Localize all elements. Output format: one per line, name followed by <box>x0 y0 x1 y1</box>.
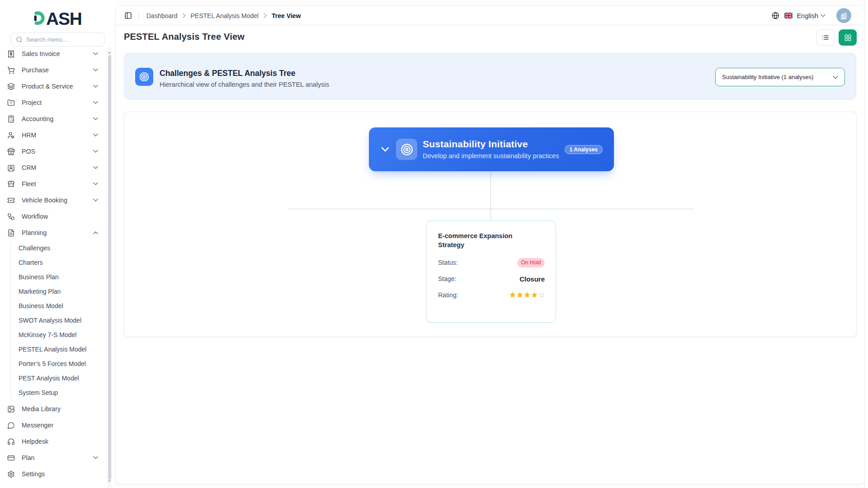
sidebar-item-messenger[interactable]: Messenger <box>4 419 104 432</box>
sidebar-subitem-label: PEST Analysis Model <box>19 375 79 382</box>
challenge-select-value: Sustainability Initiative (1 analyses) <box>722 74 813 80</box>
info-banner: Challenges & PESTEL Analysis Tree Hierar… <box>124 53 856 100</box>
sidebar-subitem-system-setup[interactable]: System Setup <box>19 386 58 399</box>
view-toggle-group <box>816 29 857 46</box>
breadcrumb-tree-view: Tree View <box>272 12 301 19</box>
sidebar-item-label: Plan <box>22 454 34 461</box>
sidebar-item-purchase[interactable]: Purchase <box>4 64 104 76</box>
language-label[interactable]: English <box>797 12 818 19</box>
chevron-up-icon <box>93 231 98 235</box>
sidebar-subitem-label: Challenges <box>19 244 50 252</box>
sidebar-subitem-swot-analysis-model[interactable]: SWOT Analysis Model <box>19 314 81 327</box>
svg-text:ASH: ASH <box>46 9 82 28</box>
bus-icon <box>7 180 15 188</box>
connector-horizontal <box>289 209 693 209</box>
sidebar-subitem-business-model[interactable]: Business Model <box>19 300 63 312</box>
sidebar-item-crm[interactable]: CRM <box>4 161 104 174</box>
grid-view-button[interactable] <box>839 29 857 46</box>
sidebar-item-helpdesk[interactable]: Helpdesk <box>4 435 104 448</box>
sidebar-subitem-label: Business Model <box>19 302 63 310</box>
sidebar-subitem-label: Porter’s 5 Forces Model <box>19 360 86 367</box>
sidebar: ASH Sales InvoicePurchaseProduct & Servi… <box>0 0 115 488</box>
sidebar-subitem-label: PESTEL Analysis Model <box>19 346 86 353</box>
sidebar-item-media-library[interactable]: Media Library <box>4 403 104 415</box>
subnav-guide-line <box>10 240 11 398</box>
root-node-subtitle: Develop and implement sustainability pra… <box>423 152 559 160</box>
star-icon-filled <box>531 292 538 298</box>
user-cog-icon <box>7 131 15 139</box>
rating-row: Rating: <box>438 290 545 300</box>
status-label: Status: <box>438 259 458 266</box>
sidebar-item-label: Accounting <box>22 115 53 122</box>
rating-label: Rating: <box>438 291 458 299</box>
avatar[interactable] <box>836 8 851 23</box>
page-scrollbar-gutter[interactable] <box>864 0 868 488</box>
folder-icon <box>7 99 15 107</box>
sidebar-item-pos[interactable]: POS <box>4 145 104 158</box>
tree-child-node[interactable]: E-commerce Expansion Strategy Status: On… <box>426 220 556 323</box>
sidebar-item-workflow[interactable]: Workflow <box>4 210 104 223</box>
list-icon <box>822 34 829 41</box>
breadcrumb-chevron-icon <box>264 13 267 18</box>
analyses-count-badge: 1 Analyses <box>565 145 603 154</box>
chevron-down-icon <box>93 166 98 169</box>
sidebar-subitem-pestel-analysis-model[interactable]: PESTEL Analysis Model <box>19 343 86 356</box>
sidebar-subitem-marketing-plan[interactable]: Marketing Plan <box>19 285 61 298</box>
sidebar-subitem-label: SWOT Analysis Model <box>19 317 81 324</box>
scrollbar-down-arrow-icon[interactable] <box>108 480 111 482</box>
workflow-icon <box>7 213 15 221</box>
sidebar-subitem-porter-s-5-forces-model[interactable]: Porter’s 5 Forces Model <box>19 357 86 370</box>
sidebar-item-product-service[interactable]: Product & Service <box>4 80 104 93</box>
sidebar-item-planning[interactable]: Planning <box>4 226 104 239</box>
sidebar-subitem-charters[interactable]: Charters <box>19 256 43 269</box>
tree-panel: Sustainability Initiative Develop and im… <box>124 112 857 337</box>
connector-vertical-bottom <box>491 209 491 221</box>
sidebar-subitem-challenges[interactable]: Challenges <box>19 242 50 254</box>
brand-d-shape <box>36 13 43 23</box>
sidebar-subitem-business-plan[interactable]: Business Plan <box>19 271 59 283</box>
sidebar-item-project[interactable]: Project <box>4 96 104 109</box>
collapse-chevron-icon[interactable] <box>381 147 389 152</box>
list-view-button[interactable] <box>816 29 835 46</box>
status-badge: On Hold <box>517 258 545 267</box>
sidebar-item-sales-invoice[interactable]: Sales Invoice <box>4 47 104 60</box>
sidebar-item-label: Product & Service <box>22 83 73 90</box>
brand-logo[interactable]: ASH <box>33 7 85 29</box>
contact-icon <box>7 164 15 172</box>
status-row: Status: On Hold <box>438 258 545 267</box>
breadcrumb-separator <box>183 13 186 18</box>
sidebar-item-plan[interactable]: Plan <box>4 451 104 464</box>
sidebar-item-label: POS <box>22 148 35 155</box>
breadcrumb-separator <box>264 13 267 18</box>
search-input[interactable] <box>23 36 95 43</box>
challenge-select[interactable]: Sustainability Initiative (1 analyses) <box>715 68 845 86</box>
child-node-title: E-commerce Expansion Strategy <box>438 231 517 249</box>
calculator-icon <box>7 115 15 123</box>
tree-root-node[interactable]: Sustainability Initiative Develop and im… <box>369 127 614 171</box>
stage-row: Stage: Closure <box>438 274 545 284</box>
breadcrumb-dashboard[interactable]: Dashboard <box>146 12 178 19</box>
sidebar-subitem-pest-analysis-model[interactable]: PEST Analysis Model <box>19 372 79 385</box>
sidebar-item-vehicle-booking[interactable]: Vehicle Booking <box>4 194 104 206</box>
sidebar-item-label: Settings <box>22 470 45 478</box>
sidebar-subitem-mckinsey-7-s-model[interactable]: McKinsey 7-S Model <box>19 328 76 341</box>
sidebar-item-hrm[interactable]: HRM <box>4 129 104 141</box>
chevron-down-icon <box>93 456 98 460</box>
scrollbar-up-arrow-icon[interactable] <box>108 52 111 53</box>
sidebar-item-label: Purchase <box>22 66 49 74</box>
app-root: ASH Sales InvoicePurchaseProduct & Servi… <box>0 0 868 488</box>
message-icon <box>7 422 15 429</box>
sidebar-item-accounting[interactable]: Accounting <box>4 113 104 125</box>
chevron-down-icon <box>93 52 98 56</box>
sidebar-toggle-icon[interactable] <box>124 12 132 19</box>
chevron-down-icon <box>93 68 98 72</box>
sidebar-item-fleet[interactable]: Fleet <box>4 178 104 190</box>
breadcrumb-pestel-analysis-model[interactable]: PESTEL Analysis Model <box>191 12 259 19</box>
globe-icon[interactable] <box>772 12 779 19</box>
language-chevron-icon[interactable] <box>821 14 826 17</box>
sidebar-item-label: Helpdesk <box>22 438 48 445</box>
sidebar-scrollbar-thumb[interactable] <box>108 55 111 480</box>
sidebar-item-settings[interactable]: Settings <box>4 468 104 480</box>
sidebar-search[interactable] <box>11 33 104 47</box>
header-divider <box>138 12 139 19</box>
